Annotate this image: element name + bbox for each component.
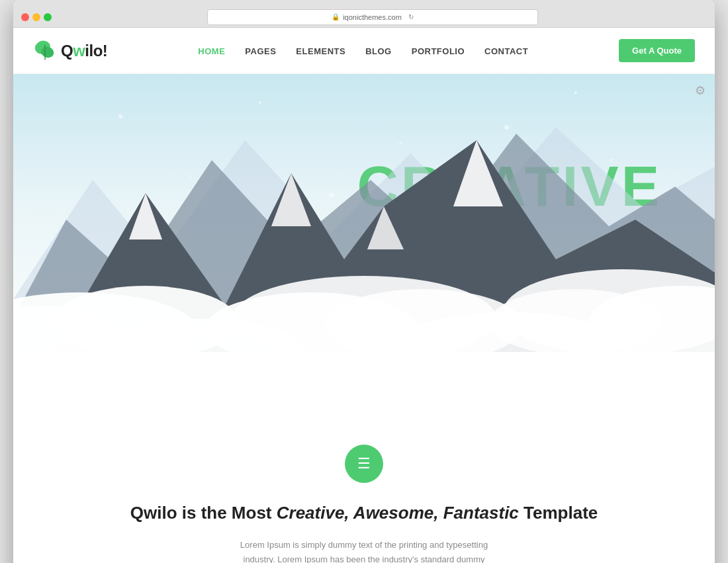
- traffic-lights: [21, 13, 52, 21]
- nav-link-portfolio[interactable]: PORTFOLIO: [412, 46, 465, 56]
- fullscreen-button[interactable]: [44, 13, 52, 21]
- url-text: iqonicthemes.com: [343, 13, 402, 21]
- nav-item-pages[interactable]: PAGES: [245, 45, 276, 57]
- feature-icon-circle: ☰: [345, 445, 383, 483]
- svg-rect-22: [13, 378, 715, 411]
- svg-point-21: [390, 312, 629, 385]
- tagline-part1: Qwilo is the Most: [130, 503, 277, 523]
- nav-item-blog[interactable]: BLOG: [365, 45, 392, 57]
- nav-link-blog[interactable]: BLOG: [365, 46, 392, 56]
- close-button[interactable]: [21, 13, 29, 21]
- nav-link-pages[interactable]: PAGES: [245, 46, 276, 56]
- tagline-italic: Creative, Awesome, Fantastic: [277, 503, 519, 523]
- nav-link-contact[interactable]: CONTACT: [484, 46, 528, 56]
- logo-text: Qwilo!: [61, 42, 107, 60]
- lock-icon: 🔒: [332, 13, 340, 21]
- description-text: Lorem Ipsum is simply dummy text of the …: [238, 538, 490, 563]
- browser-window: 🔒 iqonicthemes.com ↻ Qwilo! HOME: [13, 0, 715, 563]
- nav-link-home[interactable]: HOME: [198, 46, 225, 56]
- address-bar[interactable]: 🔒 iqonicthemes.com ↻: [207, 9, 538, 25]
- nav-item-home[interactable]: HOME: [198, 45, 225, 57]
- nav-link-elements[interactable]: ELEMENTS: [296, 46, 345, 56]
- browser-chrome: 🔒 iqonicthemes.com ↻: [13, 0, 715, 28]
- logo[interactable]: Qwilo!: [33, 39, 107, 63]
- nav-item-portfolio[interactable]: PORTFOLIO: [412, 45, 465, 57]
- navbar: Qwilo! HOME PAGES ELEMENTS BLOG PORTFOLI…: [13, 28, 715, 74]
- minimize-button[interactable]: [32, 13, 40, 21]
- nav-item-contact[interactable]: CONTACT: [484, 45, 528, 57]
- get-a-quote-button[interactable]: Get A Quote: [619, 39, 695, 62]
- document-icon: ☰: [357, 455, 371, 472]
- tagline-part2: Template: [519, 503, 598, 523]
- tagline: Qwilo is the Most Creative, Awesome, Fan…: [26, 501, 702, 525]
- mountain-svg: [13, 74, 715, 411]
- logo-icon: [33, 39, 57, 63]
- content-section: ☰ Qwilo is the Most Creative, Awesome, F…: [13, 411, 715, 563]
- svg-point-20: [93, 319, 304, 385]
- hero-section: CREATIVE ⚙: [13, 74, 715, 411]
- nav-item-elements[interactable]: ELEMENTS: [296, 45, 345, 57]
- refresh-icon[interactable]: ↻: [408, 13, 414, 21]
- nav-links: HOME PAGES ELEMENTS BLOG PORTFOLIO CONTA…: [198, 45, 528, 57]
